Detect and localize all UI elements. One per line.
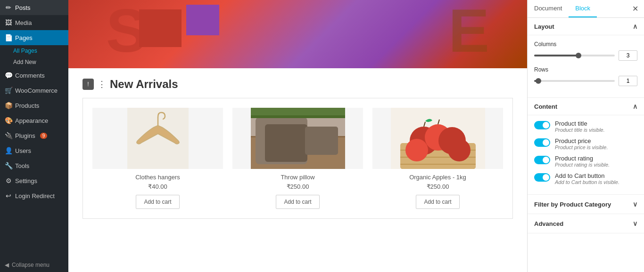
panel-tabs: Document Block ✕ xyxy=(528,0,644,18)
content-title: Content xyxy=(534,103,557,110)
banner-letter-e: E xyxy=(448,0,489,66)
sidebar-item-media[interactable]: 🖼 Media xyxy=(0,15,68,30)
sidebar-item-products[interactable]: 📦 Products xyxy=(0,98,68,113)
columns-slider-track[interactable] xyxy=(534,55,615,56)
product-price-toggle[interactable] xyxy=(534,138,550,147)
product-title-subtitle: Product title is visible. xyxy=(555,127,605,133)
add-to-cart-subtitle: Add to Cart button is visible. xyxy=(555,179,619,185)
filter-section[interactable]: Filter by Product Category ∨ xyxy=(528,195,644,214)
product-rating-info: Product rating Product rating is visible… xyxy=(555,155,610,168)
plugins-badge: 9 xyxy=(40,133,48,139)
sidebar-item-users[interactable]: 👤 Users xyxy=(0,143,68,158)
advanced-chevron-icon[interactable]: ∨ xyxy=(633,220,637,227)
sidebar-item-plugins[interactable]: 🔌 Plugins 9 xyxy=(0,128,68,143)
collapse-icon: ◀ xyxy=(5,262,9,268)
layout-chevron-icon[interactable]: ∧ xyxy=(633,23,637,30)
collapse-menu-button[interactable]: ◀ Collapse menu xyxy=(0,258,68,272)
columns-input[interactable] xyxy=(619,50,637,61)
product-price-label: Product price xyxy=(555,137,608,144)
content-section: Product title Product title is visible. … xyxy=(528,115,644,195)
sidebar-item-label: Comments xyxy=(15,72,45,79)
tools-icon: 🔧 xyxy=(5,162,12,169)
tab-document[interactable]: Document xyxy=(528,0,569,17)
product-image-throw-pillow xyxy=(232,108,363,169)
sidebar-item-label: Products xyxy=(15,102,39,109)
layout-section-header: Layout ∧ xyxy=(528,18,644,35)
tab-block[interactable]: Block xyxy=(569,0,597,17)
sidebar-item-appearance[interactable]: 🎨 Appearance xyxy=(0,113,68,128)
svg-rect-9 xyxy=(251,115,345,118)
sidebar-item-tools[interactable]: 🔧 Tools xyxy=(0,158,68,173)
right-panel: Document Block ✕ Layout ∧ Columns Rows C… xyxy=(527,0,644,272)
pages-icon: 📄 xyxy=(5,34,12,41)
rows-input[interactable] xyxy=(619,76,637,86)
main-content: S E ! ⋮ New Arrivals xyxy=(68,0,527,272)
rows-slider-thumb xyxy=(536,78,541,84)
sidebar-item-label: Posts xyxy=(15,4,31,11)
sidebar-item-label: Appearance xyxy=(15,117,48,124)
svg-point-19 xyxy=(405,139,428,161)
content-chevron-icon[interactable]: ∧ xyxy=(633,103,637,110)
appearance-icon: 🎨 xyxy=(5,117,12,124)
sidebar-item-label: Pages xyxy=(15,34,33,41)
product-title-toggle[interactable] xyxy=(534,121,550,129)
product-price-subtitle: Product price is visible. xyxy=(555,144,608,150)
sidebar-sub-add-new[interactable]: Add New xyxy=(0,56,68,68)
page-content: ! ⋮ New Arrivals xyxy=(68,68,527,228)
hanger-svg xyxy=(127,108,189,169)
product-card-organic-apples: Organic Apples - 1kg ₹250.00 Add to cart xyxy=(372,108,503,209)
product-price-info: Product price Product price is visible. xyxy=(555,137,608,150)
sidebar-item-login-redirect[interactable]: ↩ Login Redirect xyxy=(0,188,68,203)
product-price-1: ₹250.00 xyxy=(232,183,363,190)
sidebar-item-label: Login Redirect xyxy=(15,192,55,200)
sidebar-item-comments[interactable]: 💬 Comments xyxy=(0,68,68,83)
svg-point-20 xyxy=(448,139,471,161)
media-icon: 🖼 xyxy=(5,19,12,26)
content-section-header: Content ∧ xyxy=(528,98,644,115)
add-to-cart-button-0[interactable]: Add to cart xyxy=(136,195,179,209)
columns-slider-row xyxy=(534,50,637,61)
sidebar-item-woocommerce[interactable]: 🛒 WooCommerce xyxy=(0,83,68,98)
rows-label: Rows xyxy=(534,66,637,73)
add-to-cart-info: Add to Cart button Add to Cart button is… xyxy=(555,172,619,185)
advanced-title: Advanced xyxy=(534,220,563,227)
block-icon[interactable]: ! xyxy=(83,79,94,90)
products-grid: Clothes hangers ₹40.00 Add to cart xyxy=(83,98,513,219)
sidebar-item-label: Media xyxy=(15,19,32,26)
rows-slider-track[interactable] xyxy=(534,80,615,82)
advanced-section[interactable]: Advanced ∨ xyxy=(528,214,644,233)
block-options-button[interactable]: ⋮ xyxy=(98,79,106,89)
pillow-svg xyxy=(251,108,345,169)
product-image-clothes-hangers xyxy=(92,108,223,169)
filter-chevron-icon[interactable]: ∨ xyxy=(633,200,637,208)
add-to-cart-toggle[interactable] xyxy=(534,173,550,182)
product-rating-label: Product rating xyxy=(555,155,610,162)
columns-label: Columns xyxy=(534,41,637,48)
sidebar-item-label: Plugins xyxy=(15,132,35,139)
plugins-icon: 🔌 xyxy=(5,132,12,139)
product-rating-subtitle: Product rating is visible. xyxy=(555,162,610,168)
sidebar-item-settings[interactable]: ⚙ Settings xyxy=(0,173,68,188)
sidebar-item-label: Settings xyxy=(15,177,37,184)
columns-slider-fill xyxy=(534,55,578,56)
product-title-toggle-row: Product title Product title is visible. xyxy=(534,120,637,133)
comments-icon: 💬 xyxy=(5,72,12,79)
product-image-organic-apples xyxy=(372,108,503,169)
product-title-label: Product title xyxy=(555,120,605,127)
sidebar-item-pages[interactable]: 📄 Pages xyxy=(0,30,68,45)
sidebar: ✏ Posts 🖼 Media 📄 Pages All Pages Add Ne… xyxy=(0,0,68,272)
product-name-0: Clothes hangers xyxy=(92,174,223,181)
product-rating-toggle[interactable] xyxy=(534,156,550,164)
sidebar-sub-all-pages[interactable]: All Pages xyxy=(0,45,68,56)
add-to-cart-label: Add to Cart button xyxy=(555,172,619,179)
add-to-cart-button-1[interactable]: Add to cart xyxy=(276,195,319,209)
panel-close-button[interactable]: ✕ xyxy=(627,0,644,17)
sidebar-item-posts[interactable]: ✏ Posts xyxy=(0,0,68,15)
banner-rect2 xyxy=(186,5,219,35)
add-to-cart-button-2[interactable]: Add to cart xyxy=(416,195,459,209)
product-name-2: Organic Apples - 1kg xyxy=(372,174,503,181)
sidebar-item-label: Users xyxy=(15,147,31,154)
filter-title: Filter by Product Category xyxy=(534,201,611,208)
login-redirect-icon: ↩ xyxy=(5,192,12,200)
banner-rect1 xyxy=(139,9,182,47)
